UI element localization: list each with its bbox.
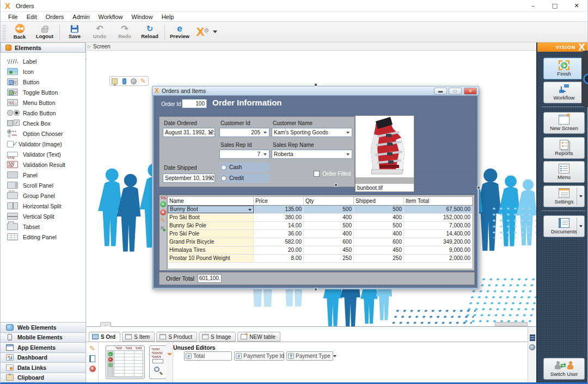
save-button[interactable]: Save <box>62 23 87 41</box>
palette-item[interactable]: Group Panel <box>1 190 85 201</box>
dialog-title-bar[interactable]: X Orders and Items ▬ □ ✕ <box>152 86 479 96</box>
edit-pencil-icon[interactable]: ✎ <box>140 78 146 84</box>
customer-id-combo[interactable]: 205 <box>219 128 270 137</box>
sales-rep-name-combo[interactable]: Roberta <box>272 150 352 159</box>
maximize-button[interactable]: □ <box>544 0 566 12</box>
table-icon[interactable] <box>530 335 535 341</box>
palette-section-header[interactable]: App Elements <box>1 342 85 352</box>
items-table[interactable]: NamePriceQtyShippedItem Total Bunny Boot… <box>167 196 473 269</box>
redo-button[interactable]: ↷ Redo <box>112 23 137 41</box>
palette-section-header[interactable]: Clipboard <box>1 373 85 383</box>
web-view-icon[interactable] <box>131 78 137 84</box>
palette-item[interactable]: Scroll Panel <box>1 180 85 190</box>
column-header[interactable]: Price <box>254 197 304 205</box>
cell-shipped[interactable]: 500 <box>354 222 404 230</box>
tab-s-image[interactable]: S Image <box>199 332 236 342</box>
logout-button[interactable]: Logout <box>32 23 57 41</box>
palette-item[interactable]: Button <box>1 77 85 87</box>
globe-icon[interactable] <box>529 344 535 350</box>
table-row[interactable]: Bunny Boot 135.00 500 500 67,500.00 <box>168 206 473 214</box>
menu-item[interactable]: File <box>4 14 22 20</box>
cell-shipped[interactable]: 400 <box>354 214 404 221</box>
palette-section-header[interactable]: Dashboard <box>1 352 85 363</box>
cell-shipped[interactable]: 250 <box>354 255 404 262</box>
palette-item[interactable]: Tabset <box>1 221 85 232</box>
horizontal-scrollbar[interactable] <box>495 322 528 326</box>
add-row-icon[interactable]: + <box>160 201 166 207</box>
cell-item-total[interactable]: 2,000.00 <box>404 255 473 262</box>
menu-item[interactable]: Admin <box>68 14 94 20</box>
cell-price[interactable]: 8.00 <box>254 255 304 262</box>
palette-item[interactable]: Validation Result <box>1 159 85 170</box>
undo-button[interactable]: ↶ Undo <box>87 23 112 41</box>
palette-item[interactable]: Check Box <box>1 118 85 128</box>
edit-row-icon[interactable]: ✎ <box>160 218 166 224</box>
orders-and-items-dialog[interactable]: X Orders and Items ▬ □ ✕ Order Id 100 Or… <box>152 86 479 289</box>
delete-icon[interactable]: ✕ <box>89 366 96 372</box>
cell-name[interactable]: Pro Ski Pole <box>168 230 254 238</box>
table-row[interactable]: Himalaya Tires 20.00 450 450 9,000.00 <box>168 246 473 255</box>
column-header[interactable]: Item Total <box>404 197 473 205</box>
cell-price[interactable]: 380.00 <box>254 214 304 221</box>
menu-button[interactable]: Menu <box>543 161 585 183</box>
cash-radio-icon[interactable] <box>221 165 226 170</box>
table-row[interactable]: Prostar 10 Pound Weight 8.00 250 250 2,0… <box>168 255 473 263</box>
palette-header-elements[interactable]: Elements <box>1 42 85 53</box>
app-gear-logo-icon[interactable]: X <box>192 27 209 38</box>
palette-item[interactable]: Icon <box>1 66 85 77</box>
editor-chip-payment-type-id[interactable]: # Payment Type Id <box>234 351 284 361</box>
cell-shipped[interactable]: 600 <box>354 238 404 246</box>
cell-price[interactable]: 582.00 <box>254 238 304 246</box>
table-row[interactable]: Grand Prix Bicycle 582.00 600 600 349,20… <box>168 238 473 246</box>
canvas-tab-screen[interactable]: Screen <box>93 44 111 49</box>
cell-price[interactable]: 14.00 <box>254 222 304 230</box>
table-row[interactable]: Pro Ski Pole 36.00 400 400 14,400.00 <box>168 230 473 238</box>
cell-shipped[interactable]: 500 <box>354 206 404 213</box>
cell-qty[interactable]: 600 <box>304 238 354 246</box>
palette-item[interactable]: Menu Button <box>1 97 85 108</box>
panel-collapse-tab[interactable]: ⌄ <box>100 322 111 327</box>
dialog-close-button[interactable]: ✕ <box>464 88 477 95</box>
switch-user-button[interactable]: ⇄ Switch User <box>543 358 585 380</box>
palette-item[interactable]: Horizontal Split <box>1 201 85 211</box>
order-filled-checkbox-row[interactable]: Order Filled <box>314 171 351 177</box>
workflow-button[interactable]: Workflow <box>543 82 585 103</box>
filter-funnel-icon[interactable] <box>167 353 172 355</box>
designer-canvas[interactable]: ▷ Screen <box>87 42 536 326</box>
palette-item[interactable]: Option Chooser <box>1 128 85 139</box>
selection-handle[interactable] <box>334 183 338 187</box>
cell-item-total[interactable]: 9,000.00 <box>404 246 473 254</box>
cell-price[interactable]: 135.00 <box>254 206 304 213</box>
notebook-icon[interactable] <box>89 355 95 362</box>
edit-pencil-icon[interactable]: ✎ <box>89 345 96 352</box>
menu-item[interactable]: Help <box>157 14 179 20</box>
menu-item[interactable]: Workflow <box>94 14 127 20</box>
minimize-button[interactable]: – <box>522 0 544 12</box>
credit-radio-option[interactable]: Credit <box>219 174 270 183</box>
cell-qty[interactable]: 250 <box>304 255 354 262</box>
palette-section-header[interactable]: Web Elements <box>1 322 85 332</box>
sales-rep-id-combo[interactable]: 7 <box>219 150 270 159</box>
palette-item[interactable]: Toggle Button <box>1 87 85 97</box>
palette-item[interactable]: Validator (Text) <box>1 149 85 159</box>
selection-handle[interactable] <box>314 83 317 86</box>
cell-qty[interactable]: 400 <box>304 214 354 221</box>
order-id-field[interactable]: 100 <box>182 99 207 108</box>
menu-item[interactable]: Orders <box>41 14 69 20</box>
preview-button[interactable]: e Preview <box>167 23 192 41</box>
order-total-field[interactable]: 601,100. <box>198 274 222 283</box>
cell-qty[interactable]: 500 <box>304 222 354 230</box>
new-screen-button[interactable]: New Screen <box>543 112 585 134</box>
selection-handle[interactable] <box>477 186 480 189</box>
tab-new-table[interactable]: NEW table <box>237 332 280 342</box>
delete-row-icon[interactable]: ✕ <box>160 209 166 215</box>
dialog-minimize-button[interactable]: ▬ <box>434 88 447 95</box>
editor-chip-total[interactable]: # Total <box>184 351 232 361</box>
side-dock-handle[interactable] <box>581 51 588 107</box>
cell-item-total[interactable]: 14,400.00 <box>404 230 473 238</box>
table-row[interactable]: Pro Ski Boot 380.00 400 400 152,000.00 <box>168 214 473 222</box>
cell-name[interactable]: Bunny Boot <box>168 206 254 213</box>
palette-item[interactable]: Label <box>1 56 85 66</box>
cell-name[interactable]: Prostar 10 Pound Weight <box>168 255 254 262</box>
palette-item[interactable]: Radio Button <box>1 108 85 118</box>
